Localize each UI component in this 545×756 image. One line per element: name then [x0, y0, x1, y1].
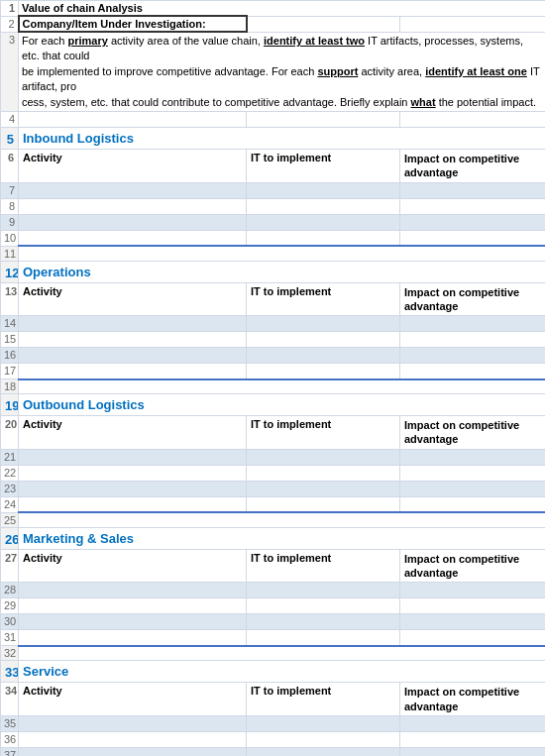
section-service-header: 33 Service: [1, 661, 546, 683]
operations-data-row-2[interactable]: 15: [1, 332, 546, 348]
operations-it-header: IT to implement: [247, 282, 400, 316]
service-activity-header: Activity: [19, 683, 247, 716]
row-num-8: 8: [1, 198, 19, 214]
outbound-activity-header: Activity: [19, 416, 247, 450]
inbound-col-headers: 6 Activity IT to implement Impact on com…: [1, 149, 546, 182]
inbound-impact-header: Impact on competitive advantage: [400, 149, 546, 182]
operations-activity-header: Activity: [19, 282, 247, 316]
row-num-2: 2: [1, 16, 19, 32]
inbound-activity-header: Activity: [19, 149, 247, 182]
row-num-10: 10: [1, 230, 19, 246]
sep-marketing: 25: [1, 512, 546, 527]
row-num-17: 17: [1, 364, 19, 379]
section-marketing-title: Marketing & Sales: [19, 527, 546, 549]
sep-operations: 11: [1, 246, 546, 261]
row-num-11: 11: [1, 246, 19, 261]
outbound-data-row-2[interactable]: 22: [1, 465, 546, 481]
row-num-25: 25: [1, 512, 19, 527]
operations-col-headers: 13 Activity IT to implement Impact on co…: [1, 282, 546, 316]
section-inbound-header: 5 Inbound Logistics: [1, 127, 546, 149]
company-row: 2 Company/Item Under Investigation:: [1, 16, 546, 32]
row-num-3: 3: [1, 32, 19, 111]
spreadsheet-title: Value of chain Analysis: [19, 1, 546, 17]
inbound-data-row-3[interactable]: 9: [1, 214, 546, 230]
marketing-data-row-2[interactable]: 29: [1, 598, 546, 614]
row-num-7: 7: [1, 182, 19, 198]
inbound-data-row-1[interactable]: 7: [1, 182, 546, 198]
operations-blank: 17: [1, 364, 546, 379]
row-num-6: 6: [1, 149, 19, 182]
row-num-20: 20: [1, 416, 19, 450]
title-row: 1 Value of chain Analysis: [1, 1, 546, 17]
row-num-12: 12: [1, 261, 19, 282]
row-num-24: 24: [1, 496, 19, 512]
spreadsheet: 1 Value of chain Analysis 2 Company/Item…: [0, 0, 545, 756]
section-inbound-title: Inbound Logistics: [19, 127, 546, 149]
service-data-row-2[interactable]: 36: [1, 731, 546, 747]
inbound-blank: 10: [1, 230, 546, 246]
section-outbound-header: 19 Outbound Logistics: [1, 394, 546, 416]
row-num-27: 27: [1, 549, 19, 583]
marketing-blank: 31: [1, 630, 546, 646]
section-operations-header: 12 Operations: [1, 261, 546, 282]
row-num-28: 28: [1, 583, 19, 598]
outbound-blank: 24: [1, 496, 546, 512]
row-num-34: 34: [1, 683, 19, 716]
service-data-row-1[interactable]: 35: [1, 715, 546, 731]
outbound-it-header: IT to implement: [247, 416, 400, 450]
row-num-36: 36: [1, 731, 19, 747]
row-num-30: 30: [1, 614, 19, 630]
section-marketing-header: 26 Marketing & Sales: [1, 527, 546, 549]
row-num-33: 33: [1, 661, 19, 683]
operations-data-row-3[interactable]: 16: [1, 348, 546, 364]
instructions-text: For each primary activity area of the va…: [19, 32, 546, 111]
marketing-it-header: IT to implement: [247, 549, 400, 583]
service-col-headers: 34 Activity IT to implement Impact on co…: [1, 683, 546, 716]
outbound-impact-header: Impact on competitive advantage: [400, 416, 546, 450]
row-num-22: 22: [1, 465, 19, 481]
row-num-26: 26: [1, 527, 19, 549]
sep-service: 32: [1, 646, 546, 661]
row-num-15: 15: [1, 332, 19, 348]
row-num-32: 32: [1, 646, 19, 661]
row-num-37: 37: [1, 747, 19, 756]
operations-data-row-1[interactable]: 14: [1, 316, 546, 332]
instructions-row: 3 For each primary activity area of the …: [1, 32, 546, 111]
service-impact-header: Impact on competitive advantage: [400, 683, 546, 716]
inbound-it-header: IT to implement: [247, 149, 400, 182]
blank-row-4: 4: [1, 111, 546, 127]
marketing-activity-header: Activity: [19, 549, 247, 583]
row-num-1: 1: [1, 1, 19, 17]
service-it-header: IT to implement: [247, 683, 400, 716]
marketing-impact-header: Impact on competitive advantage: [400, 549, 546, 583]
company-label[interactable]: Company/Item Under Investigation:: [19, 16, 247, 32]
row-num-29: 29: [1, 598, 19, 614]
row-num-14: 14: [1, 316, 19, 332]
marketing-data-row-3[interactable]: 30: [1, 614, 546, 630]
row-num-9: 9: [1, 214, 19, 230]
sep-outbound: 18: [1, 379, 546, 394]
section-outbound-title: Outbound Logistics: [19, 394, 546, 416]
marketing-col-headers: 27 Activity IT to implement Impact on co…: [1, 549, 546, 583]
row-num-16: 16: [1, 348, 19, 364]
row-num-18: 18: [1, 379, 19, 394]
row-num-21: 21: [1, 449, 19, 465]
row-num-4: 4: [1, 111, 19, 127]
row-num-19: 19: [1, 394, 19, 416]
section-operations-title: Operations: [19, 261, 546, 282]
operations-impact-header: Impact on competitive advantage: [400, 282, 546, 316]
outbound-data-row-3[interactable]: 23: [1, 481, 546, 496]
row-num-5: 5: [1, 127, 19, 149]
inbound-data-row-2[interactable]: 8: [1, 198, 546, 214]
outbound-col-headers: 20 Activity IT to implement Impact on co…: [1, 416, 546, 450]
row-num-35: 35: [1, 715, 19, 731]
row-num-31: 31: [1, 630, 19, 646]
marketing-data-row-1[interactable]: 28: [1, 583, 546, 598]
outbound-data-row-1[interactable]: 21: [1, 449, 546, 465]
row-num-13: 13: [1, 282, 19, 316]
row-num-23: 23: [1, 481, 19, 496]
service-data-row-3[interactable]: 37: [1, 747, 546, 756]
section-service-title: Service: [19, 661, 546, 683]
